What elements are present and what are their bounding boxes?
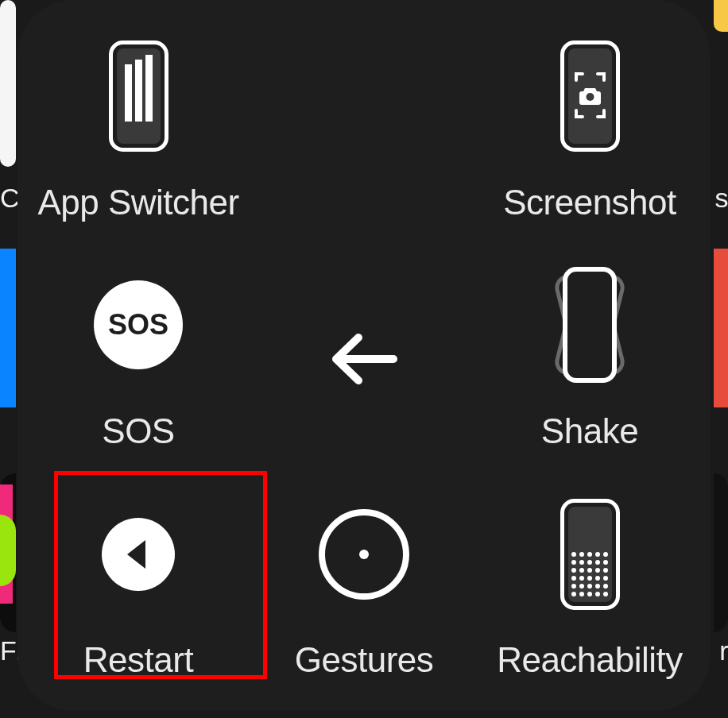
shake-label: Shake (541, 411, 638, 451)
sos-icon: SOS (92, 268, 184, 383)
svg-point-41 (579, 584, 584, 589)
svg-point-17 (359, 550, 369, 559)
svg-point-36 (579, 576, 584, 581)
svg-text:SOS: SOS (108, 308, 168, 341)
bg-label-4: r (719, 635, 728, 666)
screenshot-icon (560, 39, 620, 154)
svg-point-47 (587, 592, 592, 596)
svg-point-49 (603, 592, 608, 596)
bg-label-2: s (715, 183, 729, 214)
svg-rect-3 (135, 60, 142, 122)
arrow-left-icon (328, 302, 400, 417)
reachability-button[interactable]: Reachability (477, 474, 703, 703)
svg-rect-2 (125, 64, 132, 122)
svg-point-42 (587, 584, 592, 589)
svg-point-40 (571, 584, 576, 589)
svg-point-34 (603, 568, 608, 573)
svg-point-22 (587, 552, 592, 557)
assistivetouch-panel: App Switcher Screenshot SOS (17, 0, 711, 711)
svg-point-44 (603, 584, 608, 589)
svg-point-24 (603, 552, 608, 557)
svg-point-28 (595, 560, 600, 565)
sos-label: SOS (102, 411, 174, 451)
shake-icon (526, 268, 653, 383)
bg-label-1: C (0, 183, 19, 214)
svg-point-26 (579, 560, 584, 565)
svg-point-23 (595, 552, 600, 557)
svg-rect-4 (145, 55, 153, 122)
screenshot-label: Screenshot (503, 183, 676, 222)
svg-point-32 (587, 568, 592, 573)
svg-point-20 (571, 552, 576, 557)
svg-point-21 (579, 552, 584, 557)
shake-button[interactable]: Shake (477, 245, 703, 473)
svg-point-35 (571, 576, 576, 581)
svg-point-25 (571, 560, 576, 565)
svg-point-33 (595, 568, 600, 573)
gestures-icon (317, 496, 411, 612)
svg-point-7 (586, 93, 594, 101)
reachability-icon (560, 496, 620, 612)
svg-point-27 (587, 560, 592, 565)
reachability-label: Reachability (497, 640, 683, 680)
svg-point-31 (579, 568, 584, 573)
gestures-button[interactable]: Gestures (251, 474, 477, 703)
svg-point-39 (603, 576, 608, 581)
restart-label: Restart (83, 640, 193, 680)
svg-point-29 (603, 560, 608, 565)
back-button[interactable] (251, 245, 477, 473)
svg-point-30 (571, 568, 576, 573)
svg-point-37 (587, 576, 592, 581)
svg-point-48 (595, 592, 600, 596)
screenshot-button[interactable]: Screenshot (477, 16, 703, 245)
restart-button[interactable]: Restart (25, 474, 251, 703)
svg-point-43 (595, 584, 600, 589)
svg-point-38 (595, 576, 600, 581)
svg-point-45 (571, 592, 576, 596)
gestures-label: Gestures (295, 640, 434, 680)
empty-top-middle (251, 16, 477, 245)
app-switcher-label: App Switcher (37, 183, 238, 222)
svg-rect-13 (565, 269, 614, 380)
svg-point-46 (579, 592, 584, 596)
sos-button[interactable]: SOS SOS (25, 245, 251, 473)
app-switcher-button[interactable]: App Switcher (25, 16, 251, 245)
restart-icon (100, 496, 176, 612)
app-switcher-icon (109, 39, 168, 154)
